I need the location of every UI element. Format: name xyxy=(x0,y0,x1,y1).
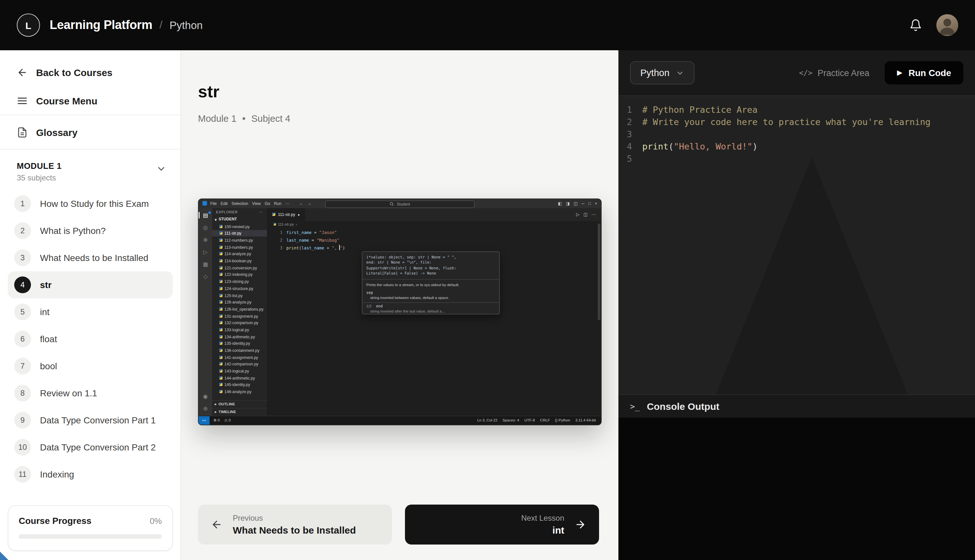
layout-sidebar-icon: ◧ xyxy=(558,201,562,206)
sidebar-item-lesson-1[interactable]: 1How to Study for this Exam xyxy=(8,190,173,217)
remote-indicator-icon: >< xyxy=(199,416,210,425)
tooltip-param-name: sep xyxy=(362,289,499,295)
editor-breadcrumb: 111-str.py › xyxy=(267,221,601,227)
file-item: 125-list.py xyxy=(212,292,267,298)
editor-tab: 111-str.py ● xyxy=(267,208,305,221)
previous-lesson-button[interactable]: Previous What Needs to be Installed xyxy=(198,505,392,545)
lesson-label: What is Python? xyxy=(40,225,106,236)
lesson-number-badge: 7 xyxy=(14,358,31,374)
settings-gear-icon: ⊛ xyxy=(199,405,212,412)
back-to-courses-link[interactable]: Back to Courses xyxy=(0,58,180,87)
layout-secondary-icon: ◫ xyxy=(574,201,578,206)
lesson-number-badge: 9 xyxy=(14,412,31,428)
user-avatar[interactable] xyxy=(936,14,958,36)
lesson-label: How to Study for this Exam xyxy=(40,198,149,209)
notifications-bell-icon[interactable] xyxy=(909,19,922,32)
python-file-icon xyxy=(219,293,222,297)
code-tag-icon: </> xyxy=(799,68,813,77)
progress-value: 0% xyxy=(150,516,162,525)
file-item: 133-logical.py xyxy=(212,326,267,333)
code-line: 3 xyxy=(618,128,975,140)
practice-code-editor[interactable]: 1# Python Practice Area2# Write your cod… xyxy=(618,96,975,394)
errors-count: 0 xyxy=(218,418,220,422)
glossary-label: Glossary xyxy=(36,127,77,138)
line-number: 2 xyxy=(267,237,286,245)
sidebar-item-lesson-6[interactable]: 6float xyxy=(8,325,173,352)
next-lesson-button[interactable]: Next Lesson int xyxy=(405,505,599,545)
code-text: last_name = "Manibog" xyxy=(286,237,339,245)
file-item: 113-numbers.py xyxy=(212,243,267,250)
file-item: 114-boolean.py xyxy=(212,257,267,264)
file-item: 136-containment.py xyxy=(212,347,267,353)
lesson-label: float xyxy=(40,334,57,344)
tab-label: 111-str.py xyxy=(278,212,295,217)
tooltip-clipped-text: string inserted after the last value, de… xyxy=(362,309,499,314)
practice-area-text: Practice Area xyxy=(818,68,870,78)
minimize-icon: ─ xyxy=(581,202,584,206)
sidebar-item-lesson-9[interactable]: 9Data Type Conversion Part 1 xyxy=(8,407,173,434)
run-code-button[interactable]: ▶ Run Code xyxy=(885,61,963,84)
close-icon: × xyxy=(594,202,597,206)
glossary-link[interactable]: Glossary xyxy=(0,115,180,149)
python-file-icon xyxy=(219,342,222,345)
subtitle-dot: • xyxy=(242,113,245,124)
file-item: 143-logical.py xyxy=(212,368,267,374)
glossary-document-icon xyxy=(17,127,28,138)
course-menu-button[interactable]: Course Menu xyxy=(0,87,180,115)
lesson-number-badge: 8 xyxy=(14,385,31,402)
console-output-header[interactable]: >_ Console Output xyxy=(618,394,975,418)
breadcrumb-chevron-icon: › xyxy=(296,222,297,226)
app-logo[interactable]: L xyxy=(17,13,40,37)
code-line: 4print("Hello, World!") xyxy=(618,140,975,153)
course-progress-card: Course Progress 0% xyxy=(8,505,173,551)
console-output-label: Console Output xyxy=(647,401,719,412)
sidebar-item-lesson-5[interactable]: 5int xyxy=(8,298,173,325)
python-file-icon xyxy=(219,376,222,380)
lesson-list: 1How to Study for this Exam2What is Pyth… xyxy=(0,189,180,499)
language-dropdown[interactable]: Python xyxy=(630,61,695,84)
sidebar-item-lesson-8[interactable]: 8Review on 1.1 xyxy=(8,380,173,407)
subtitle-subject: Subject 4 xyxy=(251,113,290,124)
sidebar-item-lesson-3[interactable]: 3What Needs to be Installed xyxy=(8,244,173,271)
practice-area-label: </> Practice Area xyxy=(799,68,869,78)
sidebar-item-lesson-2[interactable]: 2What is Python? xyxy=(8,217,173,244)
folder-chevron-icon: ▾ xyxy=(215,217,217,222)
lesson-number-badge: 5 xyxy=(14,303,31,320)
sidebar-item-lesson-11[interactable]: 11Indexing xyxy=(8,461,173,488)
next-label: int xyxy=(552,525,564,535)
code-line: 2# Write your code here to practice what… xyxy=(618,116,975,128)
line-number: 3 xyxy=(618,128,642,140)
python-file-icon xyxy=(219,252,222,255)
lesson-label: bool xyxy=(40,361,57,371)
account-icon: ◉ xyxy=(199,393,212,400)
vscode-menubar: FileEditSelectionViewGoRun⋯ xyxy=(210,202,289,206)
page-title: str xyxy=(198,62,602,102)
source-control-icon: ⊕ xyxy=(199,237,212,243)
explorer-section-timeline: ▸TIMELINE xyxy=(212,408,267,416)
python-file-icon xyxy=(219,362,222,366)
line-number: 1 xyxy=(267,229,286,237)
python-file-icon xyxy=(219,280,222,283)
module-header[interactable]: MODULE 1 35 subjects xyxy=(0,150,180,189)
code-line: 1first_name = "Jason" xyxy=(267,229,601,237)
menu-item: Run xyxy=(274,202,282,206)
vscode-tab-bar: 111-str.py ● ▷◫⋯ xyxy=(267,208,601,221)
editor-watermark-triangle xyxy=(702,157,922,394)
sidebar-item-lesson-7[interactable]: 7bool xyxy=(8,352,173,380)
line-number: 1 xyxy=(618,104,642,116)
menu-item: Selection xyxy=(232,202,248,206)
file-item: 111-str.py xyxy=(212,230,267,237)
arrow-right-icon xyxy=(574,519,586,530)
split-editor-icon: ◫ xyxy=(584,212,588,217)
python-file-icon xyxy=(219,300,222,303)
breadcrumb-separator: / xyxy=(159,19,162,32)
code-line: 1# Python Practice Area xyxy=(618,104,975,116)
lesson-label: Data Type Conversion Part 2 xyxy=(40,442,156,452)
file-item: 114-analyze.py xyxy=(212,250,267,257)
breadcrumb-current: Python xyxy=(170,19,203,31)
sidebar-item-lesson-10[interactable]: 10Data Type Conversion Part 2 xyxy=(8,434,173,461)
hamburger-menu-icon xyxy=(17,95,28,106)
explorer-section-outline: ▸OUTLINE xyxy=(212,400,267,408)
python-file-icon xyxy=(219,369,222,372)
sidebar-item-lesson-4[interactable]: 4str xyxy=(8,271,173,298)
